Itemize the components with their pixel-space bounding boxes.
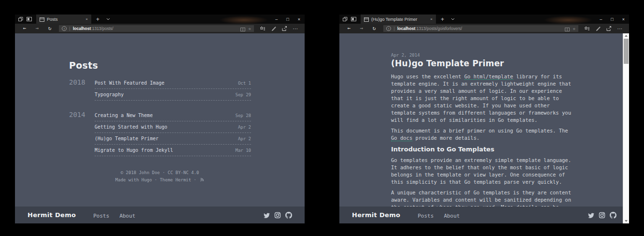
- tab-chevron-icon[interactable]: [104, 18, 112, 20]
- back-button[interactable]: ←: [343, 24, 355, 33]
- github-icon[interactable]: [285, 212, 292, 219]
- post-link[interactable]: Post With Featured Image: [95, 80, 165, 86]
- url-divider: [394, 27, 394, 31]
- settings-more-icon[interactable]: ···: [615, 27, 625, 31]
- bottom-nav: Hermit Demo PostsAbout: [339, 206, 629, 223]
- tab-title: Posts: [47, 17, 83, 22]
- github-icon[interactable]: [610, 212, 616, 219]
- info-icon[interactable]: i: [62, 26, 67, 31]
- set-tabs-aside-icon[interactable]: [343, 17, 348, 22]
- section-heading: Introduction to Go Templates: [391, 146, 574, 153]
- vertical-scrollbar[interactable]: [623, 33, 629, 223]
- social-icons: [588, 212, 616, 219]
- tabs-preview-icon[interactable]: [27, 17, 32, 21]
- info-icon[interactable]: i: [386, 26, 391, 31]
- reading-view-icon[interactable]: [240, 24, 245, 33]
- post-row: Migrate to Hugo from JekyllMar 10: [95, 145, 251, 156]
- text-segment: Hugo uses the excellent: [391, 74, 464, 79]
- text-segment: This document is a brief primer on using…: [391, 128, 568, 133]
- tab-close-icon[interactable]: ×: [430, 17, 433, 21]
- post-row: Getting Started with HugoApr 2: [95, 121, 251, 133]
- share-icon[interactable]: [280, 26, 290, 31]
- tabbar-spacer: [457, 15, 595, 24]
- new-tab-button[interactable]: +: [91, 16, 104, 23]
- nav-links: PostsAbout: [418, 210, 470, 220]
- text-segment: library for its template engine. It is a…: [391, 74, 571, 123]
- brand-link[interactable]: Hermit Demo: [352, 211, 400, 219]
- minimize-button[interactable]: –: [595, 17, 606, 22]
- post-row: Post With Featured ImageOct 1: [95, 77, 251, 89]
- post-date: Sep 29: [235, 92, 251, 97]
- url-text[interactable]: localhost:1313/posts/goisforlovers/: [397, 26, 562, 31]
- web-note-pen-icon[interactable]: [269, 26, 279, 31]
- rss-icon[interactable]: [200, 177, 204, 184]
- back-button[interactable]: ←: [19, 24, 30, 33]
- post-link[interactable]: Migrate to Hugo from Jekyll: [95, 148, 173, 153]
- tab-close-icon[interactable]: ×: [85, 17, 88, 21]
- address-bar[interactable]: i localhost:1313/posts/ ☆: [59, 25, 254, 32]
- browser-tab[interactable]: Posts ×: [36, 15, 91, 24]
- window-controls: – □ ×: [271, 15, 305, 24]
- refresh-button[interactable]: ↻: [368, 24, 380, 33]
- forward-button[interactable]: →: [31, 24, 43, 33]
- hub-icon[interactable]: [257, 26, 268, 31]
- twitter-icon[interactable]: [588, 212, 594, 219]
- post-link[interactable]: Creating a New Theme: [95, 113, 153, 118]
- url-text[interactable]: localhost:1313/posts/: [73, 26, 238, 31]
- nav-link-about[interactable]: About: [444, 213, 460, 219]
- page-viewport: Posts 2018Post With Featured ImageOct 1T…: [15, 33, 305, 223]
- post-link[interactable]: Getting Started with Hugo: [95, 124, 168, 130]
- tab-actions: [15, 15, 36, 24]
- new-tab-button[interactable]: +: [436, 16, 448, 23]
- post-link[interactable]: Typography: [95, 92, 124, 97]
- brand-link[interactable]: Hermit Demo: [28, 211, 76, 219]
- article-title: (Hu)go Template Primer: [391, 59, 574, 68]
- browser-toolbar: ← → ↻ i localhost:1313/posts/ ☆ ···: [15, 24, 305, 33]
- post-row: (Hu)go Template PrimerApr 2: [95, 133, 251, 145]
- post-rows: Creating a New ThemeSep 28Getting Starte…: [95, 110, 251, 156]
- page-viewport: Apr 2, 2014 (Hu)go Template Primer Hugo …: [339, 33, 629, 223]
- scroll-down-icon[interactable]: [623, 219, 629, 223]
- year-label: 2014: [69, 110, 95, 156]
- tab-title: (Hu)go Template Primer: [371, 17, 428, 22]
- hub-icon[interactable]: [582, 26, 592, 31]
- forward-button[interactable]: →: [356, 24, 367, 33]
- refresh-button[interactable]: ↻: [44, 24, 56, 33]
- post-row: Creating a New ThemeSep 28: [95, 110, 251, 121]
- settings-more-icon[interactable]: ···: [291, 27, 301, 31]
- inline-link[interactable]: Go docs: [391, 135, 412, 141]
- twitter-icon[interactable]: [263, 212, 270, 219]
- post-group: 2014Creating a New ThemeSep 28Getting St…: [69, 110, 251, 156]
- favorite-star-icon[interactable]: ☆: [573, 26, 575, 31]
- bottom-nav: Hermit Demo PostsAbout: [15, 206, 305, 223]
- scrollbar-thumb[interactable]: [624, 39, 629, 64]
- social-icons: [263, 212, 292, 219]
- browser-tab[interactable]: (Hu)go Template Primer ×: [361, 15, 436, 24]
- scroll-up-icon[interactable]: [623, 33, 629, 38]
- web-note-pen-icon[interactable]: [593, 26, 603, 31]
- maximize-button[interactable]: □: [282, 17, 293, 22]
- minimize-button[interactable]: –: [271, 17, 282, 22]
- nav-link-posts[interactable]: Posts: [93, 213, 109, 219]
- maximize-button[interactable]: □: [606, 17, 617, 22]
- close-button[interactable]: ×: [294, 17, 305, 22]
- address-bar[interactable]: i localhost:1313/posts/goisforlovers/ ☆: [383, 25, 578, 32]
- inline-link[interactable]: Go html/template: [464, 74, 513, 80]
- article: Apr 2, 2014 (Hu)go Template Primer Hugo …: [339, 33, 574, 223]
- post-link[interactable]: (Hu)go Template Primer: [95, 136, 158, 141]
- browser-window-article: (Hu)go Template Primer × + – □ × ← → ↻ i…: [339, 15, 629, 223]
- nav-link-posts[interactable]: Posts: [418, 213, 434, 219]
- article-body: Hugo uses the excellent Go html/template…: [391, 73, 574, 223]
- favorite-star-icon[interactable]: ☆: [249, 26, 251, 31]
- instagram-icon[interactable]: [274, 212, 281, 219]
- page-favicon: [364, 15, 369, 24]
- close-button[interactable]: ×: [618, 17, 629, 22]
- set-tabs-aside-icon[interactable]: [18, 17, 23, 22]
- share-icon[interactable]: [604, 26, 614, 31]
- tabs-preview-icon[interactable]: [351, 17, 356, 21]
- nav-link-about[interactable]: About: [119, 213, 135, 219]
- tab-chevron-icon[interactable]: [448, 18, 457, 20]
- reading-view-icon[interactable]: [565, 24, 570, 33]
- instagram-icon[interactable]: [599, 212, 605, 219]
- tab-bar: Posts × + – □ ×: [15, 15, 305, 24]
